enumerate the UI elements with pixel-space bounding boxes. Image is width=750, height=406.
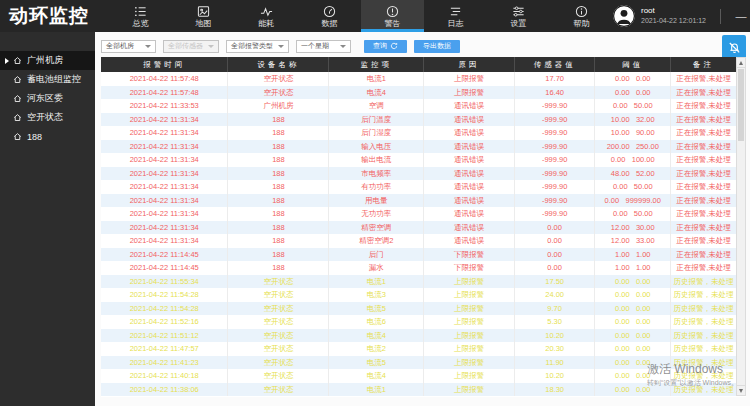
cell-item: 漏水 bbox=[329, 261, 424, 275]
user-name: root bbox=[641, 6, 706, 16]
table-row[interactable]: 2021-04-22 11:40:18空开状态电流4上限报警10.200.00 … bbox=[101, 369, 736, 383]
cell-item: 后门湿度 bbox=[329, 126, 424, 140]
cell-threshold: 0.00 999999.00 bbox=[595, 194, 671, 208]
cell-device: 188 bbox=[228, 126, 329, 140]
nav-item-4[interactable]: 数据 bbox=[298, 0, 361, 32]
table-row[interactable]: 2021-04-22 11:57:48空开状态电流1上限报警17.700.00 … bbox=[101, 72, 736, 86]
cell-device: 188 bbox=[228, 248, 329, 262]
cell-item: 用电量 bbox=[329, 194, 424, 208]
cell-remark: 正在报警,未处理 bbox=[671, 153, 736, 167]
sidebar-item-3[interactable]: 河东区委 bbox=[0, 89, 95, 108]
table-row[interactable]: 2021-04-22 11:31:34188市电频率通讯错误-999.9048.… bbox=[101, 167, 736, 181]
cell-value: 16.40 bbox=[514, 86, 595, 100]
cell-item: 电流6 bbox=[329, 315, 424, 329]
alarm-type-filter-select[interactable]: 全部报警类型 bbox=[226, 40, 289, 53]
nav-item-1[interactable]: 总览 bbox=[109, 0, 172, 32]
user-datetime: 2021-04-22 12:01:12 bbox=[641, 16, 706, 26]
cell-remark: 正在报警,未处理 bbox=[671, 140, 736, 154]
table-row[interactable]: 2021-04-22 11:31:34188用电量通讯错误-999.900.00… bbox=[101, 194, 736, 208]
sensor-filter-select[interactable]: 全部传感器 bbox=[163, 40, 219, 53]
cell-threshold: 0.00 0.00 bbox=[595, 383, 671, 397]
table-row[interactable]: 2021-04-22 11:31:34188有功功率通讯错误-999.900.0… bbox=[101, 180, 736, 194]
cell-reason: 通讯错误 bbox=[424, 234, 515, 248]
table-row[interactable]: 2021-04-22 11:14:45188后门下限报警0.001.00 1.0… bbox=[101, 248, 736, 262]
vertical-scrollbar[interactable] bbox=[736, 57, 746, 396]
cell-device: 空开状态 bbox=[228, 275, 329, 289]
table-row[interactable]: 2021-04-22 11:33:53广州机房空调通讯错误-999.900.00… bbox=[101, 99, 736, 113]
sidebar-item-5[interactable]: 188 bbox=[0, 127, 95, 146]
scroll-down-arrow-icon[interactable] bbox=[737, 385, 745, 395]
table-row[interactable]: 2021-04-22 11:31:34188精密空调2通讯错误0.0012.00… bbox=[101, 234, 736, 248]
cell-threshold: 0.00 0.00 bbox=[595, 342, 671, 356]
table-row[interactable]: 2021-04-22 11:41:23空开状态电流5上限报警11.900.00 … bbox=[101, 356, 736, 370]
nav-item-5[interactable]: 警告 bbox=[361, 0, 424, 32]
scroll-up-arrow-icon[interactable] bbox=[737, 58, 745, 68]
alarm-type-filter-value: 全部报警类型 bbox=[231, 41, 273, 51]
cell-reason: 上限报警 bbox=[424, 288, 515, 302]
cell-time: 2021-04-22 11:51:12 bbox=[101, 329, 228, 343]
cell-time: 2021-04-22 11:52:16 bbox=[101, 315, 228, 329]
sidebar-item-4[interactable]: 空开状态 bbox=[0, 108, 95, 127]
cell-item: 电流1 bbox=[329, 383, 424, 397]
cell-value: -999.90 bbox=[514, 207, 595, 221]
nav-item-6[interactable]: 日志 bbox=[424, 0, 487, 32]
cell-item: 输出电流 bbox=[329, 153, 424, 167]
person-icon bbox=[613, 5, 635, 27]
table-row[interactable]: 2021-04-22 11:47:57空开状态电流2上限报警20.300.00 … bbox=[101, 342, 736, 356]
table-row[interactable]: 2021-04-22 11:31:34188后门湿度通讯错误-999.9010.… bbox=[101, 126, 736, 140]
table-row[interactable]: 2021-04-22 11:31:34188无功功率通讯错误-999.900.0… bbox=[101, 207, 736, 221]
cell-time: 2021-04-22 11:14:45 bbox=[101, 261, 228, 275]
nav-item-8[interactable]: 帮助 bbox=[550, 0, 613, 32]
cell-item: 电流4 bbox=[329, 329, 424, 343]
nav-item-2[interactable]: 地图 bbox=[172, 0, 235, 32]
cell-threshold: 0.00 0.00 bbox=[595, 315, 671, 329]
table-row[interactable]: 2021-04-22 11:52:16空开状态电流6上限报警5.300.00 0… bbox=[101, 315, 736, 329]
cell-value: 17.50 bbox=[514, 275, 595, 289]
table-row[interactable]: 2021-04-22 11:31:34188输入电压通讯错误-999.90200… bbox=[101, 140, 736, 154]
table-row[interactable]: 2021-04-22 11:38:06空开状态电流1上限报警18.300.00 … bbox=[101, 383, 736, 397]
cell-item: 后门温度 bbox=[329, 113, 424, 127]
cell-remark: 正在报警,未处理 bbox=[671, 261, 736, 275]
cell-threshold: 0.00 100.00 bbox=[595, 153, 671, 167]
cell-remark: 正在报警,未处理 bbox=[671, 234, 736, 248]
sensor-filter-value: 全部传感器 bbox=[168, 41, 203, 51]
cell-threshold: 48.00 52.00 bbox=[595, 167, 671, 181]
table-row[interactable]: 2021-04-22 11:54:28空开状态电流3上限报警24.000.00 … bbox=[101, 288, 736, 302]
cell-threshold: 10.00 32.00 bbox=[595, 113, 671, 127]
nav-item-3[interactable]: 能耗 bbox=[235, 0, 298, 32]
table-row[interactable]: 2021-04-22 11:55:34空开状态电流1上限报警17.500.00 … bbox=[101, 275, 736, 289]
cell-remark: 历史报警，未处理 bbox=[671, 369, 736, 383]
refresh-icon bbox=[390, 42, 398, 50]
sidebar-item-1[interactable]: 广州机房 bbox=[0, 51, 95, 70]
nav-item-7[interactable]: 设置 bbox=[487, 0, 550, 32]
avatar[interactable] bbox=[613, 5, 635, 27]
column-header: 阈值 bbox=[595, 57, 671, 72]
cell-remark: 历史报警，未处理 bbox=[671, 288, 736, 302]
cell-remark: 正在报警,未处理 bbox=[671, 180, 736, 194]
scrollbar-thumb[interactable] bbox=[738, 69, 744, 141]
home-icon bbox=[13, 56, 22, 65]
period-filter-select[interactable]: 一个星期 bbox=[296, 40, 351, 53]
minimize-button[interactable]: — bbox=[729, 0, 750, 32]
table-row[interactable]: 2021-04-22 11:31:34188精密空调通讯错误0.0012.00 … bbox=[101, 221, 736, 235]
cell-value: -999.90 bbox=[514, 140, 595, 154]
table-row[interactable]: 2021-04-22 11:54:28空开状态电流5上限报警9.700.00 0… bbox=[101, 302, 736, 316]
column-header: 备注 bbox=[671, 57, 736, 72]
room-filter-select[interactable]: 全部机房 bbox=[101, 40, 156, 53]
mute-alarm-button[interactable] bbox=[722, 35, 746, 59]
sidebar-item-2[interactable]: 蓄电池组监控 bbox=[0, 70, 95, 89]
cell-threshold: 0.00 0.00 bbox=[595, 356, 671, 370]
cell-threshold: 10.00 90.00 bbox=[595, 126, 671, 140]
query-button[interactable]: 查询 bbox=[364, 40, 407, 53]
cell-device: 空开状态 bbox=[228, 302, 329, 316]
table-row[interactable]: 2021-04-22 11:57:48空开状态电流4上限报警16.400.00 … bbox=[101, 86, 736, 100]
table-row[interactable]: 2021-04-22 11:14:45188漏水下限报警0.001.00 1.0… bbox=[101, 261, 736, 275]
home-icon bbox=[13, 132, 22, 141]
table-row[interactable]: 2021-04-22 11:51:12空开状态电流4上限报警10.200.00 … bbox=[101, 329, 736, 343]
topbar: 动环监控 总览 地图 能耗 数据 警告 日志 设置 帮助 bbox=[0, 0, 750, 32]
table-row[interactable]: 2021-04-22 11:31:34188输出电流通讯错误-999.900.0… bbox=[101, 153, 736, 167]
table-row[interactable]: 2021-04-22 11:31:34188后门温度通讯错误-999.9010.… bbox=[101, 113, 736, 127]
overview-icon bbox=[134, 5, 147, 18]
export-data-button[interactable]: 导出数据 bbox=[414, 40, 460, 53]
cell-time: 2021-04-22 11:31:34 bbox=[101, 113, 228, 127]
